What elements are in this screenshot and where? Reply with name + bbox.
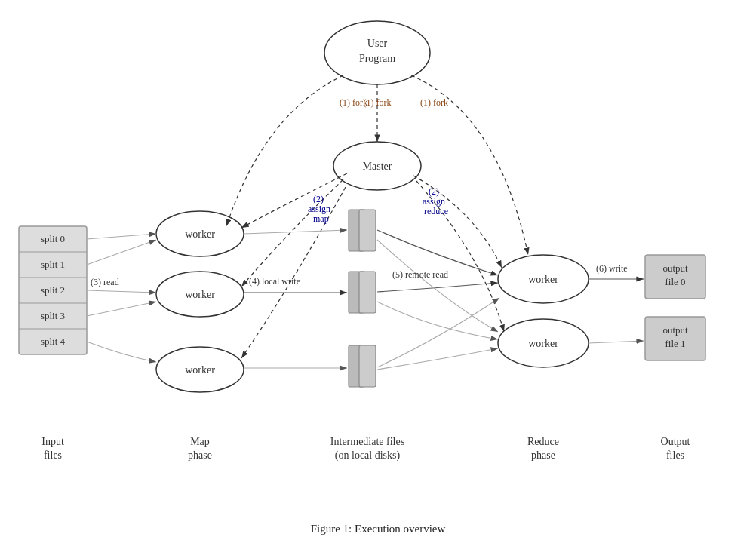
reduce-phase-label: Reduce <box>527 436 559 447</box>
input-files-phase-label2: files <box>44 449 62 461</box>
worker-reduce-top-label: worker <box>528 274 558 285</box>
output-file-1-label2: file 1 <box>665 338 685 349</box>
intermediate-top-right <box>359 210 376 251</box>
intermediate-label2: (on local disks) <box>335 449 401 462</box>
split4-to-worker-bot <box>87 342 156 362</box>
split4-label: split 4 <box>41 336 66 347</box>
fork2-label: (1) fork <box>364 97 392 108</box>
worker-map-top-label: worker <box>185 229 215 240</box>
assign-map-label: (2) <box>313 194 324 204</box>
worker-top-to-int <box>244 230 347 234</box>
split2-label: split 2 <box>41 284 65 296</box>
int-top-to-reduce-bot <box>377 240 498 332</box>
intermediate-bot-right <box>359 345 376 387</box>
assign-map-top <box>241 173 347 228</box>
read-label: (3) read <box>91 277 119 287</box>
split2-to-worker-mid <box>87 290 156 293</box>
master-label: Master <box>363 161 392 172</box>
map-phase-label: Map <box>190 436 210 447</box>
output-files-label: Output <box>661 436 690 447</box>
intermediate-label: Intermediate files <box>330 436 404 447</box>
user-program-label2: Program <box>359 53 395 64</box>
output-file-1-label: output <box>662 324 688 336</box>
write-label: (6) write <box>596 263 628 274</box>
worker-map-mid-label: worker <box>185 289 215 300</box>
split3-label: split 3 <box>41 310 65 321</box>
split0-to-worker-top <box>87 234 156 239</box>
figure-caption: Figure 1: Execution overview <box>0 523 756 535</box>
assign-reduce-label2: assign <box>423 196 445 207</box>
user-program-label: User <box>367 38 388 49</box>
int-top-to-reduce-top <box>377 230 498 275</box>
reduce-bot-to-output1 <box>589 341 644 343</box>
output-file-0-label: output <box>662 262 688 274</box>
split3-to-worker-mid <box>87 302 156 316</box>
caption-prefix: Figure 1: <box>311 523 352 535</box>
worker-reduce-bot-label: worker <box>528 338 558 349</box>
map-phase-label2: phase <box>188 449 212 461</box>
local-write-label: (4) local write <box>249 276 300 287</box>
assign-reduce-label: (2) <box>429 186 439 197</box>
int-bot-to-reduce-top <box>377 298 499 367</box>
output-file-0-label2: file 0 <box>665 276 685 287</box>
input-files-phase-label: Input <box>41 436 64 447</box>
assign-map-label2: assign <box>308 204 330 214</box>
fork3-label: (1) fork <box>420 97 448 108</box>
reduce-phase-label2: phase <box>531 449 555 461</box>
output-files-label2: files <box>666 449 684 461</box>
diagram-container: split 0 split 1 split 2 split 3 split 4 … <box>0 0 756 543</box>
remote-read-label: (5) remote read <box>392 269 448 280</box>
intermediate-mid-right <box>359 272 376 313</box>
split0-label: split 0 <box>41 233 65 244</box>
split1-label: split 1 <box>41 259 65 270</box>
worker-map-bot-label: worker <box>185 364 215 376</box>
assign-reduce-top <box>413 176 502 268</box>
caption-title: Execution overview <box>355 523 445 535</box>
assign-map-label3: map <box>313 213 329 224</box>
split1-to-worker-top <box>87 240 156 265</box>
assign-reduce-label3: reduce <box>424 206 448 216</box>
